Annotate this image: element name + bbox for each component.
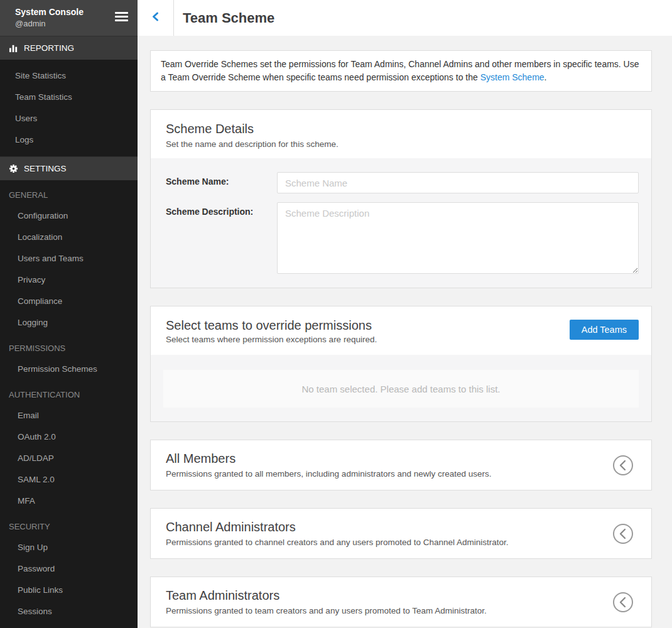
select-teams-panel: Select teams to override permissions Sel… — [150, 306, 652, 422]
page-content: Team Override Schemes set the permission… — [138, 36, 672, 628]
sidebar-item-password[interactable]: Password — [0, 558, 138, 580]
info-banner: Team Override Schemes set the permission… — [150, 50, 652, 92]
channel-admins-title: Channel Administrators — [166, 519, 595, 535]
group-header-security: SECURITY — [0, 517, 138, 537]
select-teams-header: Select teams to override permissions Sel… — [151, 306, 651, 355]
all-members-panel: All Members Permissions granted to all m… — [150, 440, 652, 490]
hamburger-menu-icon[interactable] — [115, 12, 128, 23]
add-teams-button[interactable]: Add Teams — [570, 320, 639, 340]
sidebar-group-security: SECURITY Sign Up Password Public Links S… — [0, 517, 138, 628]
scheme-description-row: Scheme Description: — [166, 202, 639, 274]
sidebar-item-sign-up[interactable]: Sign Up — [0, 537, 138, 558]
scheme-details-panel: Scheme Details Set the name and descript… — [150, 109, 652, 288]
admin-sidebar: System Console @admin REPORTING Site Sta… — [0, 0, 138, 628]
chevron-circle-icon — [612, 537, 634, 546]
all-members-title: All Members — [166, 450, 595, 467]
scheme-name-row: Scheme Name: — [166, 172, 639, 193]
all-members-expand-button[interactable] — [612, 455, 634, 476]
main-area: Team Scheme Team Override Schemes set th… — [138, 0, 672, 628]
sidebar-item-configuration[interactable]: Configuration — [0, 205, 138, 227]
channel-admins-panel: Channel Administrators Permissions grant… — [150, 508, 652, 559]
group-header-general: GENERAL — [0, 185, 138, 205]
sidebar-item-public-links[interactable]: Public Links — [0, 580, 138, 601]
channel-admins-expand-button[interactable] — [612, 523, 634, 544]
sidebar-header: System Console @admin — [0, 0, 138, 36]
sidebar-section-label: REPORTING — [24, 43, 74, 53]
reporting-items: Site Statistics Team Statistics Users Lo… — [0, 60, 138, 156]
sidebar-item-connections[interactable]: Connections — [0, 622, 138, 628]
chevron-circle-icon — [612, 605, 634, 615]
sidebar-item-adldap[interactable]: AD/LDAP — [0, 448, 138, 469]
sidebar-item-oauth[interactable]: OAuth 2.0 — [0, 426, 138, 448]
team-admins-subtitle: Permissions granted to team creators and… — [166, 605, 595, 617]
sidebar-item-logs[interactable]: Logs — [0, 129, 138, 151]
banner-text-end: . — [545, 72, 547, 82]
back-button[interactable] — [138, 0, 174, 36]
team-admins-panel: Team Administrators Permissions granted … — [150, 577, 652, 627]
select-teams-title: Select teams to override permissions — [166, 317, 377, 333]
sidebar-item-team-statistics[interactable]: Team Statistics — [0, 87, 138, 108]
sidebar-item-site-statistics[interactable]: Site Statistics — [0, 65, 138, 87]
admin-username: @admin — [15, 18, 127, 30]
sidebar-section-label: SETTINGS — [24, 164, 67, 173]
sidebar-item-logging[interactable]: Logging — [0, 312, 138, 333]
sidebar-section-reporting[interactable]: REPORTING — [0, 36, 138, 60]
scheme-details-form: Scheme Name: Scheme Description: — [151, 158, 651, 288]
sidebar-item-compliance[interactable]: Compliance — [0, 291, 138, 312]
console-title: System Console — [15, 6, 127, 18]
sidebar-item-privacy[interactable]: Privacy — [0, 269, 138, 291]
no-teams-empty-state: No team selected. Please add teams to th… — [163, 370, 639, 408]
scheme-name-label: Scheme Name: — [166, 172, 277, 193]
select-teams-subtitle: Select teams where permission exceptions… — [166, 333, 377, 345]
scheme-details-title: Scheme Details — [166, 121, 636, 137]
sidebar-item-saml[interactable]: SAML 2.0 — [0, 469, 138, 490]
group-header-authentication: AUTHENTICATION — [0, 385, 138, 405]
sidebar-item-email[interactable]: Email — [0, 405, 138, 426]
page-header: Team Scheme — [138, 0, 672, 36]
all-members-subtitle: Permissions granted to all members, incl… — [166, 468, 595, 480]
sidebar-section-settings[interactable]: SETTINGS — [0, 156, 138, 180]
scheme-details-header: Scheme Details Set the name and descript… — [151, 110, 651, 158]
system-scheme-link[interactable]: System Scheme — [480, 72, 545, 82]
sidebar-item-localization[interactable]: Localization — [0, 227, 138, 248]
select-teams-body: No team selected. Please add teams to th… — [151, 355, 651, 421]
chevron-left-icon — [151, 11, 160, 24]
scheme-description-textarea[interactable] — [277, 202, 639, 274]
bar-chart-icon — [9, 43, 18, 53]
scheme-details-subtitle: Set the name and description for this sc… — [166, 138, 636, 150]
sidebar-item-permission-schemes[interactable]: Permission Schemes — [0, 359, 138, 380]
banner-text: Team Override Schemes set the permission… — [161, 59, 639, 82]
group-header-permissions: PERMISSIONS — [0, 338, 138, 359]
page-title: Team Scheme — [174, 10, 274, 26]
chevron-circle-icon — [612, 468, 634, 478]
channel-admins-subtitle: Permissions granted to channel creators … — [166, 536, 595, 548]
sidebar-group-general: GENERAL Configuration Localization Users… — [0, 185, 138, 333]
sidebar-item-mfa[interactable]: MFA — [0, 490, 138, 512]
team-admins-title: Team Administrators — [166, 587, 595, 604]
sidebar-item-users[interactable]: Users — [0, 108, 138, 129]
scheme-description-label: Scheme Description: — [166, 202, 277, 274]
gear-icon — [9, 164, 18, 173]
sidebar-item-sessions[interactable]: Sessions — [0, 601, 138, 622]
sidebar-group-authentication: AUTHENTICATION Email OAuth 2.0 AD/LDAP S… — [0, 385, 138, 512]
app-window: System Console @admin REPORTING Site Sta… — [0, 0, 672, 628]
team-admins-expand-button[interactable] — [612, 592, 634, 613]
scheme-name-input[interactable] — [277, 172, 639, 193]
sidebar-item-users-and-teams[interactable]: Users and Teams — [0, 248, 138, 269]
sidebar-group-permissions: PERMISSIONS Permission Schemes — [0, 338, 138, 380]
